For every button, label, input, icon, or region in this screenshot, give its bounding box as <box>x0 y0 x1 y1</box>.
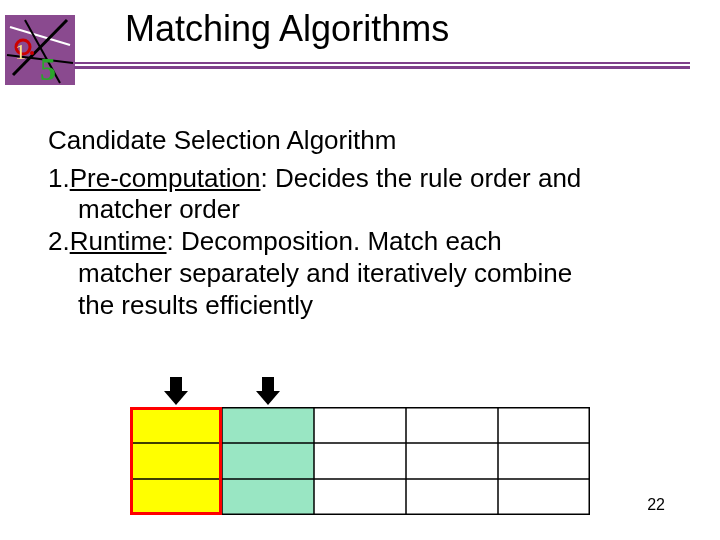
svg-text:5: 5 <box>40 51 56 85</box>
svg-point-6 <box>30 51 34 55</box>
arrows-group <box>130 377 590 407</box>
svg-text:1: 1 <box>15 39 26 64</box>
page-number: 22 <box>647 496 665 514</box>
item-text: : Decides the rule order and <box>260 163 581 193</box>
item-number: 1. <box>48 163 70 193</box>
arrow-down-icon <box>256 377 280 405</box>
item-number: 2. <box>48 226 70 256</box>
svg-marker-10 <box>164 391 188 405</box>
slide-title: Matching Algorithms <box>125 8 449 50</box>
grid-table <box>130 407 590 515</box>
svg-rect-13 <box>130 407 222 515</box>
slide: 1 5 Matching Algorithms Candidate Select… <box>0 0 720 540</box>
item-term: Pre-computation <box>70 163 261 193</box>
arrow-down-icon <box>164 377 188 405</box>
svg-rect-9 <box>170 377 182 391</box>
title-underline-thick <box>74 66 690 69</box>
item-continuation: matcher separately and iteratively combi… <box>48 258 678 290</box>
item-text: : Decomposition. Match each <box>167 226 502 256</box>
title-underline-thin <box>74 62 690 64</box>
list-item: 2.Runtime: Decomposition. Match each <box>48 226 678 258</box>
list-item: 1.Pre-computation: Decides the rule orde… <box>48 163 678 195</box>
svg-rect-11 <box>262 377 274 391</box>
item-term: Runtime <box>70 226 167 256</box>
logo-icon: 1 5 <box>5 15 75 85</box>
item-continuation: matcher order <box>48 194 678 226</box>
body-text: Candidate Selection Algorithm 1.Pre-comp… <box>48 125 678 321</box>
algorithm-subtitle: Candidate Selection Algorithm <box>48 125 678 157</box>
svg-marker-12 <box>256 391 280 405</box>
item-continuation: the results efficiently <box>48 290 678 322</box>
svg-rect-14 <box>222 407 314 515</box>
